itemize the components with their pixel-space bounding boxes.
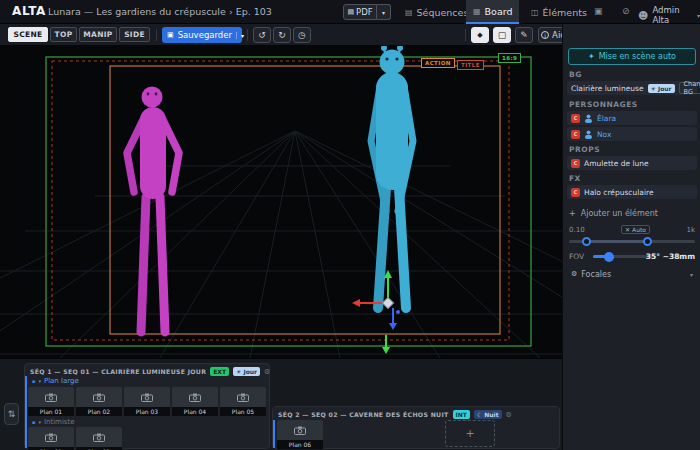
row-group-plan-large[interactable]: ▪ ▾ Plan large	[32, 377, 79, 385]
person-icon	[584, 130, 593, 139]
app-logo: ALTA	[12, 4, 46, 18]
range-header: 0.10 ✕ Auto 1k	[569, 225, 695, 234]
user-menu[interactable]: ☻ Admin Alta ▾	[638, 5, 700, 25]
elements-icon: ◫	[531, 8, 539, 17]
gear-icon[interactable]: ⚙	[506, 411, 512, 419]
tab-board[interactable]: ▦ Board	[466, 0, 519, 24]
range-auto-toggle[interactable]: ✕ Auto	[621, 225, 650, 234]
character-badge-icon: c	[571, 114, 580, 123]
action-safe-label: ACTION	[421, 58, 455, 68]
character-nox[interactable]	[371, 46, 413, 308]
sequence-title: SÉQ 1 — SEQ 01 — CLAIRIÈRE LUMINEUSE JOU…	[30, 368, 206, 375]
focales-row[interactable]: ⚙ Focales ▾	[567, 267, 697, 281]
view-button-scene[interactable]: SCENE	[8, 27, 48, 42]
split-icon: ⇅	[8, 409, 16, 419]
shot-thumb[interactable]: Plan 06	[277, 420, 323, 449]
viewport-3d[interactable]: ACTION TITLE 16:9	[0, 46, 562, 358]
chevron-down-icon: ▾	[38, 419, 41, 425]
row-group-intimiste[interactable]: ▪ ▾ Intimiste	[32, 418, 75, 426]
bg-name: Clairière lumineuse	[571, 84, 644, 93]
view-button-top[interactable]: TOP	[50, 27, 77, 42]
range-handle-max[interactable]	[643, 237, 652, 246]
sequence-card-2[interactable]: SÉQ 2 — SEQ 02 — CAVERNE DES ÉCHOS NUIT …	[272, 406, 560, 449]
pdf-options-button[interactable]: ▾	[377, 4, 391, 20]
load-bg-button[interactable]: Charger BG	[679, 82, 700, 94]
viewport-toolbar: SCENE TOP MANIP SIDE ▣ Sauvegarder ▾ ↺ ↻…	[0, 24, 562, 46]
fov-value: 35° ~38mm	[646, 252, 695, 261]
list-item-halo[interactable]: c Halo crépusculaire	[567, 185, 697, 199]
save-button[interactable]: ▣ Sauvegarder ▾	[162, 27, 242, 43]
plus-icon: +	[569, 209, 576, 218]
list-item-elara[interactable]: c Élara	[567, 111, 697, 125]
range-slider[interactable]	[569, 240, 695, 243]
user-name: Admin Alta	[652, 5, 693, 25]
status-icon[interactable]: ⊘	[622, 6, 630, 16]
character-badge-icon: c	[571, 130, 580, 139]
tab-elements[interactable]: ◫ Éléments	[524, 0, 594, 24]
pen-tool-button[interactable]: ✎	[515, 27, 533, 43]
undo-button[interactable]: ↺	[253, 27, 271, 43]
list-item-amulette[interactable]: c Amulette de lune	[567, 156, 697, 170]
title-safe-label: TITLE	[457, 60, 484, 70]
list-item-nox[interactable]: c Nox	[567, 127, 697, 141]
moon-icon: ☾	[477, 411, 482, 418]
plus-icon: +	[465, 427, 474, 440]
pen-icon: ✎	[520, 30, 528, 40]
pdf-export-button[interactable]: ▤ PDF	[343, 4, 377, 20]
cross-icon: ✕	[625, 226, 630, 233]
camera-icon	[93, 393, 105, 402]
frame-tool-button[interactable]: ▢	[493, 27, 511, 43]
frame-guide-169	[46, 57, 531, 346]
pdf-export-group: ▤ PDF ▾	[343, 4, 391, 20]
shot-label: Plan 04	[172, 407, 218, 416]
shot-thumb[interactable]: Plan 02	[76, 427, 122, 450]
add-shot-button[interactable]: +	[445, 420, 495, 447]
person-icon	[584, 114, 593, 123]
shot-thumb[interactable]: Plan 02	[76, 387, 122, 416]
camera-icon	[141, 393, 153, 402]
tab-sequences[interactable]: ▤ Séquences	[398, 0, 475, 24]
aspect-ratio-label: 16:9	[498, 53, 521, 63]
chevron-down-icon: ▾	[690, 271, 693, 278]
auto-stage-button[interactable]: ✦ Mise en scène auto	[568, 48, 696, 65]
section-props: PROPS	[569, 145, 600, 154]
ext-badge: EXT	[210, 367, 229, 376]
wand-icon: ✦	[588, 52, 595, 61]
sequence-card-1[interactable]: SÉQ 1 — SEQ 01 — CLAIRIÈRE LUMINEUSE JOU…	[24, 363, 270, 449]
undo-icon: ↺	[258, 30, 266, 40]
sequences-icon: ▤	[405, 8, 413, 17]
shot-thumb[interactable]: Plan 01	[28, 387, 74, 416]
scene-sidebar: ✦ Mise en scène auto BG Clairière lumine…	[562, 24, 700, 450]
title-safe-guide	[52, 61, 509, 340]
save-icon: ▣	[167, 31, 174, 39]
shot-thumb[interactable]: Plan 05	[220, 387, 266, 416]
view-button-manip[interactable]: MANIP	[79, 27, 117, 42]
app-window: ALTA Lunara — Les gardiens du crépuscule…	[0, 0, 700, 450]
marker-icon: ▪	[32, 378, 35, 384]
storyboard-strip: ⇅ SÉQ 1 — SEQ 01 — CLAIRIÈRE LUMINEUSE J…	[0, 358, 562, 450]
fx-badge-icon: c	[571, 188, 580, 197]
marker-icon: ▪	[32, 419, 35, 425]
top-bar: ALTA Lunara — Les gardiens du crépuscule…	[0, 0, 700, 24]
int-badge: INT	[453, 410, 470, 419]
fov-handle[interactable]	[604, 252, 614, 262]
history-button[interactable]: ◷	[293, 27, 311, 43]
pdf-icon: ▤	[347, 8, 354, 16]
shot-thumb[interactable]: Plan 03	[124, 387, 170, 416]
tag-tool-button[interactable]: ◆	[471, 27, 489, 43]
chevron-down-icon: ▾	[38, 378, 41, 384]
view-button-side[interactable]: SIDE	[119, 27, 150, 42]
redo-button[interactable]: ↻	[273, 27, 291, 43]
shot-label: Plan 02	[76, 407, 122, 416]
bg-row[interactable]: Clairière lumineuse ☀ Jour Charger BG	[567, 81, 697, 95]
shot-thumb[interactable]: Plan 01	[28, 427, 74, 450]
gear-icon[interactable]: ⚙	[264, 368, 270, 376]
character-elara[interactable]	[127, 87, 179, 333]
range-max: 1k	[686, 226, 695, 234]
shot-thumb[interactable]: Plan 04	[172, 387, 218, 416]
panel-resize-handle[interactable]: ⇅	[4, 403, 19, 425]
bg-time-badge: ☀ Jour	[648, 84, 675, 93]
add-element-button[interactable]: + Ajouter un élément	[569, 209, 658, 218]
range-handle-min[interactable]	[582, 237, 591, 246]
panel-icon[interactable]: ▣	[594, 6, 603, 16]
